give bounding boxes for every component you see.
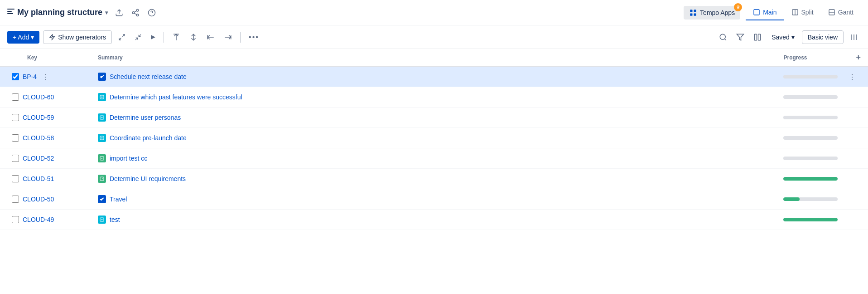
progress-empty [783, 75, 838, 78]
tab-main[interactable]: Main [746, 5, 784, 20]
indent-dropdown-button[interactable] [148, 32, 158, 42]
align-top-button[interactable] [169, 30, 183, 44]
collapse-button[interactable] [132, 31, 145, 44]
svg-line-7 [134, 13, 136, 15]
key-cell-cloud49: ⠿ CLOUD-49 ⋮ [0, 210, 91, 230]
row-more-cell: ⋮ [849, 66, 868, 87]
row-checkbox[interactable] [12, 93, 19, 101]
issue-type-icon [98, 113, 106, 122]
row-checkbox[interactable] [12, 196, 19, 203]
svg-marker-35 [737, 34, 744, 40]
nav-tabs: Main Split Gantt [746, 5, 861, 20]
svg-marker-20 [50, 34, 55, 40]
summary-link[interactable]: Coordinate pre-launch date [110, 134, 187, 142]
key-link[interactable]: CLOUD-49 [23, 216, 54, 223]
summary-link[interactable]: Travel [110, 196, 127, 203]
filter-button[interactable] [733, 30, 747, 44]
add-button[interactable]: + Add ▾ [7, 31, 39, 44]
row-more-cell [849, 169, 868, 189]
toolbar-right: Saved ▾ Basic view [716, 30, 861, 44]
row-checkbox[interactable] [12, 155, 19, 162]
tab-split-label: Split [801, 9, 814, 16]
basic-view-button[interactable]: Basic view [802, 30, 844, 44]
progress-bar-fill [783, 218, 838, 221]
key-link[interactable]: CLOUD-59 [23, 114, 54, 121]
tempo-apps-label: Tempo Apps [700, 9, 735, 16]
summary-link[interactable]: Schedule next release date [110, 73, 187, 80]
saved-button[interactable]: Saved ▾ [768, 31, 798, 44]
summary-link[interactable]: Determine user personas [110, 114, 181, 121]
table-row: ⠿ CLOUD-60 ⋮ Determine which past featur… [0, 87, 868, 108]
progress-bar-bg [783, 197, 838, 201]
toolbar: + Add ▾ Show generators [0, 25, 868, 49]
row-checkbox[interactable] [12, 216, 19, 223]
issue-type-icon [98, 195, 106, 203]
align-center-button[interactable] [187, 30, 200, 44]
app-header: My planning structure ▾ [0, 0, 868, 25]
svg-rect-11 [690, 10, 692, 12]
tab-split[interactable]: Split [784, 5, 821, 20]
row-more-cell [849, 108, 868, 128]
toolbar-divider-2 [240, 32, 241, 43]
indent-button[interactable] [221, 30, 235, 44]
upload-button[interactable] [113, 7, 125, 19]
issue-type-icon [98, 93, 106, 101]
row-more-cell [849, 210, 868, 230]
row-more-cell [849, 87, 868, 108]
svg-line-24 [139, 34, 141, 37]
row-checkbox[interactable] [12, 114, 19, 121]
svg-rect-1 [7, 11, 12, 12]
key-link[interactable]: CLOUD-60 [23, 93, 54, 101]
tab-main-label: Main [763, 9, 776, 16]
row-more-cell [849, 189, 868, 210]
search-button[interactable] [716, 30, 730, 44]
svg-marker-25 [151, 35, 155, 39]
planning-structure-title[interactable]: My planning structure ▾ [7, 8, 108, 17]
issues-table: Key Summary Progress + ⠿ BP-4 ⋮ [0, 49, 868, 230]
issue-type-icon [98, 216, 106, 224]
progress-cell-cloud51 [776, 169, 849, 189]
share-button[interactable] [130, 7, 141, 19]
summary-link[interactable]: test [110, 216, 120, 223]
title-chevron: ▾ [105, 10, 108, 16]
row-actions-menu[interactable]: ⋮ [42, 73, 49, 81]
key-link[interactable]: CLOUD-52 [23, 155, 54, 162]
svg-point-5 [132, 11, 135, 14]
columns-config-button[interactable] [751, 30, 764, 44]
key-link[interactable]: CLOUD-51 [23, 175, 54, 182]
svg-rect-36 [754, 34, 757, 40]
row-more-icon[interactable]: ⋮ [849, 73, 856, 81]
svg-point-33 [720, 34, 725, 39]
row-checkbox[interactable] [12, 134, 19, 142]
summary-link[interactable]: import test cc [110, 155, 147, 162]
key-cell-cloud59: ⠿ CLOUD-59 ⋮ [0, 108, 91, 128]
progress-bar-fill [783, 197, 800, 201]
col-header-summary: Summary [91, 49, 776, 66]
summary-cell-cloud52: import test cc [91, 148, 776, 169]
svg-rect-0 [7, 9, 14, 10]
issue-type-icon [98, 154, 106, 162]
summary-link[interactable]: Determine UI requirements [110, 175, 186, 182]
col-header-add[interactable]: + [849, 49, 868, 66]
progress-cell-cloud60 [776, 87, 849, 108]
tempo-apps-button[interactable]: Tempo Apps ♛ [684, 6, 740, 20]
svg-rect-15 [754, 10, 759, 15]
key-link[interactable]: BP-4 [23, 73, 37, 80]
key-link[interactable]: CLOUD-58 [23, 134, 54, 142]
table-row: ⠿ CLOUD-52 ⋮ import test cc [0, 148, 868, 169]
row-checkbox[interactable] [12, 175, 19, 182]
issue-type-icon [98, 175, 106, 183]
show-generators-button[interactable]: Show generators [43, 30, 112, 44]
row-checkbox[interactable] [12, 73, 19, 80]
table-row: ⠿ CLOUD-49 ⋮ test [0, 210, 868, 230]
expand-button[interactable] [116, 31, 128, 44]
svg-rect-14 [694, 13, 696, 15]
more-options-button[interactable]: ••• [246, 30, 262, 44]
summary-link[interactable]: Determine which past features were succe… [110, 93, 242, 101]
help-button[interactable] [146, 7, 158, 19]
tab-gantt[interactable]: Gantt [821, 5, 861, 20]
column-lines-button[interactable] [847, 30, 861, 44]
key-link[interactable]: CLOUD-50 [23, 196, 54, 203]
table-row: ⠿ CLOUD-51 ⋮ Determine UI requirements [0, 169, 868, 189]
outdent-button[interactable] [204, 30, 217, 44]
